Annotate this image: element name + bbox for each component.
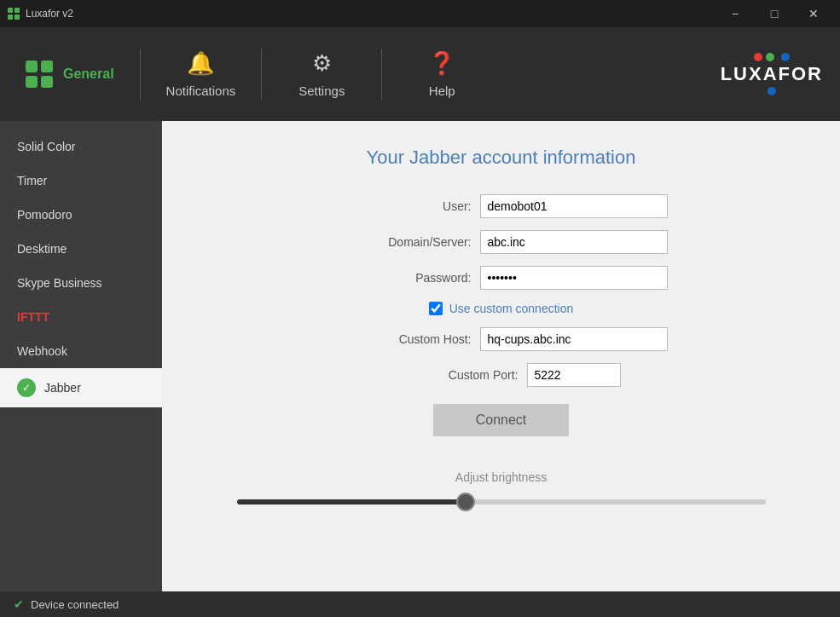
logo-text: LUXAFOR (721, 63, 823, 85)
password-row: Password: (230, 266, 772, 290)
sidebar: Solid Color Timer Pomodoro Desktime Skyp… (0, 121, 162, 591)
page-title: Your Jabber account information (230, 147, 772, 169)
domain-row: Domain/Server: (230, 230, 772, 254)
maximize-button[interactable]: □ (755, 0, 794, 27)
svg-rect-1 (14, 8, 20, 13)
sidebar-item-jabber[interactable]: ✓ Jabber (0, 368, 162, 407)
svg-rect-2 (8, 14, 13, 20)
brightness-section: Adjust brightness (230, 470, 772, 508)
custom-port-input[interactable] (527, 363, 621, 387)
user-label: User: (335, 199, 472, 213)
brightness-slider-container (237, 493, 766, 508)
general-icon (26, 61, 53, 88)
jabber-active-icon: ✓ (17, 378, 36, 397)
custom-connection-checkbox[interactable] (429, 302, 443, 315)
custom-host-input[interactable] (480, 327, 668, 351)
minimize-button[interactable]: − (715, 0, 755, 27)
app-icon (7, 7, 20, 20)
device-status-text: Device connected (31, 598, 119, 611)
nav-settings-label: Settings (298, 84, 345, 98)
notifications-icon: 🔔 (187, 50, 214, 77)
domain-label: Domain/Server: (335, 235, 472, 249)
status-bar: ✔ Device connected (0, 591, 840, 617)
password-label: Password: (335, 271, 472, 285)
nav-general[interactable]: General (0, 27, 140, 121)
sidebar-item-ifttt[interactable]: IFTTT (0, 300, 162, 334)
custom-connection-label[interactable]: Use custom connection (449, 302, 574, 315)
window-controls: − □ ✕ (715, 0, 833, 27)
nav-notifications[interactable]: 🔔 Notifications (141, 27, 262, 121)
sidebar-item-skype-business[interactable]: Skype Business (0, 266, 162, 300)
sidebar-label-pomodoro: Pomodoro (17, 208, 72, 222)
custom-port-label: Custom Port: (382, 368, 518, 382)
brightness-label: Adjust brightness (230, 470, 772, 484)
nav-help-label: Help (429, 84, 455, 98)
custom-port-row: Custom Port: (230, 363, 772, 387)
close-button[interactable]: ✕ (794, 0, 833, 27)
sidebar-item-solid-color[interactable]: Solid Color (0, 130, 162, 164)
sidebar-item-desktime[interactable]: Desktime (0, 232, 162, 266)
password-input[interactable] (480, 266, 668, 290)
sidebar-item-webhook[interactable]: Webhook (0, 334, 162, 368)
sidebar-item-pomodoro[interactable]: Pomodoro (0, 198, 162, 232)
connect-button[interactable]: Connect (433, 404, 570, 436)
user-input[interactable] (480, 194, 668, 218)
nav-help[interactable]: ❓ Help (382, 27, 501, 121)
app-body: Solid Color Timer Pomodoro Desktime Skyp… (0, 121, 840, 591)
device-connected-icon: ✔ (14, 597, 24, 611)
sidebar-label-jabber: Jabber (44, 381, 81, 395)
sidebar-label-webhook: Webhook (17, 344, 67, 358)
settings-icon: ⚙ (312, 50, 332, 77)
sidebar-label-ifttt: IFTTT (17, 310, 49, 324)
sidebar-label-desktime: Desktime (17, 242, 67, 256)
user-row: User: (230, 194, 772, 218)
title-bar: Luxafor v2 − □ ✕ (0, 0, 840, 27)
sidebar-item-timer[interactable]: Timer (0, 164, 162, 198)
svg-rect-3 (14, 14, 20, 20)
brightness-slider[interactable] (237, 499, 766, 505)
nav-general-label: General (63, 66, 114, 82)
sidebar-label-skype: Skype Business (17, 276, 102, 290)
custom-host-label: Custom Host: (335, 332, 472, 346)
svg-rect-0 (8, 8, 13, 13)
sidebar-label-timer: Timer (17, 174, 47, 187)
nav-notifications-label: Notifications (166, 84, 236, 98)
nav-settings[interactable]: ⚙ Settings (262, 27, 381, 121)
help-icon: ❓ (428, 50, 455, 77)
window-title: Luxafor v2 (26, 8, 73, 20)
luxafor-logo: LUXAFOR (721, 53, 823, 95)
main-content: Your Jabber account information User: Do… (162, 121, 840, 591)
domain-input[interactable] (480, 230, 668, 254)
custom-connection-row: Use custom connection (230, 302, 772, 315)
sidebar-label-solid-color: Solid Color (17, 140, 75, 153)
nav-bar: General 🔔 Notifications ⚙ Settings ❓ Hel… (0, 27, 840, 121)
custom-host-row: Custom Host: (230, 327, 772, 351)
